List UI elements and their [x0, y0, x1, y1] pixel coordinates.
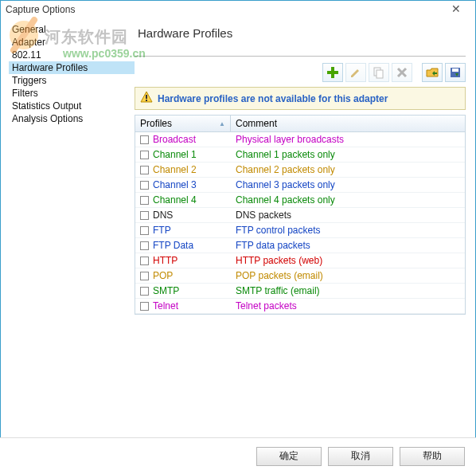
duplicate-button[interactable]	[369, 63, 389, 82]
profile-comment: Physical layer broadcasts	[231, 132, 465, 147]
titlebar: Capture Options ✕	[1, 1, 475, 18]
checkbox[interactable]	[140, 287, 149, 296]
profile-comment: POP packets (email)	[231, 268, 465, 283]
sidebar-item-statistics-output[interactable]: Statistics Output	[9, 100, 135, 112]
warning-text: Hardware profiles are not available for …	[158, 93, 388, 104]
ok-button[interactable]: 确定	[256, 447, 322, 466]
disk-export-icon	[449, 66, 462, 79]
checkbox[interactable]	[140, 181, 149, 190]
close-icon: ✕	[451, 2, 461, 15]
profile-name: POP	[153, 270, 173, 281]
checkbox[interactable]	[140, 257, 149, 265]
sidebar-item-analysis-options[interactable]: Analysis Options	[9, 112, 135, 125]
insert-button[interactable]	[322, 63, 343, 82]
help-button[interactable]: 帮助	[400, 447, 465, 466]
checkbox[interactable]	[140, 272, 149, 280]
profile-comment: Channel 3 packets only	[231, 178, 465, 192]
profile-name: Channel 1	[153, 149, 197, 160]
column-label: Comment	[236, 118, 277, 129]
checkbox[interactable]	[140, 135, 149, 144]
copy-icon	[373, 66, 385, 79]
warning-icon	[140, 91, 153, 106]
profile-comment: SMTP traffic (email)	[231, 284, 465, 298]
profile-comment: HTTP packets (web)	[231, 253, 465, 268]
checkbox[interactable]	[140, 302, 149, 311]
delete-button[interactable]	[392, 63, 412, 82]
close-button[interactable]: ✕	[440, 1, 472, 17]
checkbox[interactable]	[140, 166, 149, 174]
svg-rect-2	[327, 71, 338, 74]
table-row[interactable]: Channel 2Channel 2 packets only	[135, 163, 465, 178]
watermark-text: 河东软件园	[45, 26, 128, 48]
export-button[interactable]	[445, 63, 466, 82]
profile-comment: Channel 4 packets only	[231, 193, 465, 207]
svg-rect-8	[146, 100, 147, 101]
column-label: Profiles	[140, 118, 172, 129]
table-row[interactable]: FTPFTP control packets	[135, 223, 465, 238]
sidebar: 河东软件园 www.pc0359.cn GeneralAdapter802.11…	[1, 18, 135, 433]
divider	[135, 56, 466, 57]
profile-comment: DNS packets	[231, 208, 465, 222]
profile-name: DNS	[153, 210, 173, 221]
warning-bar: Hardware profiles are not available for …	[135, 87, 466, 110]
profiles-grid: Profiles▲ Comment BroadcastPhysical laye…	[135, 115, 466, 315]
checkbox[interactable]	[140, 226, 149, 235]
profile-name: Channel 3	[153, 179, 197, 190]
import-button[interactable]	[422, 63, 443, 82]
sidebar-item-triggers[interactable]: Triggers	[9, 74, 135, 87]
checkbox[interactable]	[140, 151, 149, 159]
sidebar-item-hardware-profiles[interactable]: Hardware Profiles	[9, 61, 135, 74]
profile-name: Telnet	[153, 300, 178, 311]
checkbox[interactable]	[140, 211, 149, 220]
watermark-logo-icon	[4, 15, 44, 55]
sidebar-item-filters[interactable]: Filters	[9, 87, 135, 100]
sort-asc-icon: ▲	[219, 120, 225, 127]
profile-name: HTTP	[153, 255, 178, 266]
table-row[interactable]: HTTPHTTP packets (web)	[135, 253, 465, 268]
toolbar	[135, 63, 466, 82]
watermark-url: www.pc0359.cn	[63, 47, 146, 60]
table-row[interactable]: FTP DataFTP data packets	[135, 238, 465, 253]
column-header-profiles[interactable]: Profiles▲	[135, 116, 231, 131]
svg-rect-6	[452, 69, 458, 72]
checkbox[interactable]	[140, 196, 149, 205]
table-row[interactable]: Channel 1Channel 1 packets only	[135, 147, 465, 163]
profile-name: Broadcast	[153, 134, 196, 145]
plus-icon	[326, 66, 339, 79]
grid-header: Profiles▲ Comment	[135, 116, 465, 132]
profile-name: FTP Data	[153, 240, 193, 251]
cancel-button[interactable]: 取消	[328, 447, 393, 466]
table-row[interactable]: Channel 3Channel 3 packets only	[135, 178, 465, 193]
profile-name: SMTP	[153, 285, 179, 296]
table-row[interactable]: Channel 4Channel 4 packets only	[135, 193, 465, 208]
content-panel: Hardware Profiles Hardware profiles are …	[135, 18, 475, 433]
table-row[interactable]: DNSDNS packets	[135, 208, 465, 223]
table-row[interactable]: SMTPSMTP traffic (email)	[135, 284, 465, 299]
profile-comment: Channel 2 packets only	[231, 163, 465, 177]
svg-rect-7	[146, 95, 147, 99]
profile-name: FTP	[153, 225, 171, 236]
edit-button[interactable]	[345, 63, 366, 82]
dialog-buttons: 确定 取消 帮助	[0, 437, 476, 474]
profile-comment: FTP control packets	[231, 223, 465, 237]
table-row[interactable]: TelnetTelnet packets	[135, 299, 465, 314]
svg-rect-4	[377, 70, 383, 78]
table-row[interactable]: POPPOP packets (email)	[135, 268, 465, 284]
table-row[interactable]: BroadcastPhysical layer broadcasts	[135, 132, 465, 147]
window-title: Capture Options	[6, 4, 75, 15]
profile-comment: FTP data packets	[231, 238, 465, 253]
pencil-icon	[349, 66, 362, 79]
x-icon	[396, 66, 408, 79]
column-header-comment[interactable]: Comment	[231, 116, 465, 131]
page-title: Hardware Profiles	[138, 26, 466, 40]
profile-name: Channel 4	[153, 194, 197, 206]
profile-comment: Channel 1 packets only	[231, 147, 465, 162]
profile-name: Channel 2	[153, 164, 197, 175]
folder-import-icon	[426, 66, 439, 79]
profile-comment: Telnet packets	[231, 299, 465, 313]
checkbox[interactable]	[140, 241, 149, 250]
